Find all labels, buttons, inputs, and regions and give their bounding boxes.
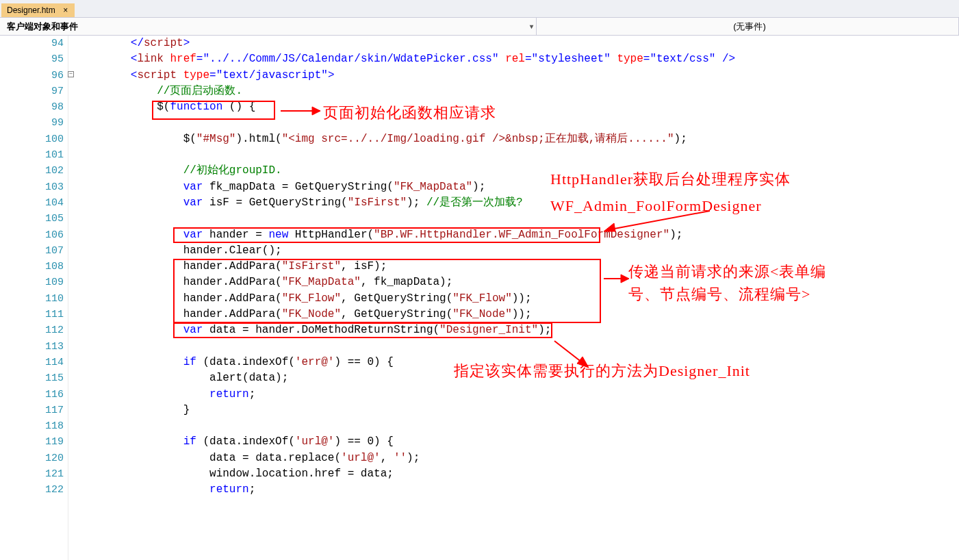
code-line: $("#Msg").html("<img src=../../Img/loadi… (78, 131, 959, 147)
line-number: 104 (0, 195, 64, 211)
code-line: var fk_mapData = GetQueryString("FK_MapD… (78, 179, 959, 195)
line-number: 108 (0, 259, 64, 275)
line-number: 95 (0, 51, 64, 67)
code-line: var isF = GetQueryString("IsFirst"); //是… (78, 195, 959, 211)
line-number: 105 (0, 211, 64, 227)
code-line: var data = hander.DoMethodReturnString("… (78, 322, 959, 338)
line-number: 107 (0, 243, 64, 259)
line-number: 98 (0, 99, 64, 115)
line-number: 100 (0, 131, 64, 147)
line-number: 118 (0, 418, 64, 434)
file-tab[interactable]: Designer.htm × (1, 3, 75, 17)
event-dropdown[interactable]: (无事件) (537, 18, 959, 35)
line-number: 112 (0, 322, 64, 338)
code-line (78, 147, 959, 163)
object-dropdown[interactable]: 客户端对象和事件 ▾ (0, 18, 537, 35)
line-number: 119 (0, 434, 64, 450)
line-number: 110 (0, 291, 64, 307)
code-line: <script type="text/javascript"> (78, 68, 959, 84)
code-line (78, 115, 959, 131)
tab-bar: Designer.htm × (0, 0, 959, 18)
code-line: </script> (78, 36, 959, 51)
code-line: var hander = new HttpHandler("BP.WF.Http… (78, 227, 959, 243)
code-line: } (78, 403, 959, 418)
code-line: //页面启动函数. (78, 84, 959, 99)
code-line: //初始化groupID. (78, 163, 959, 179)
code-line: hander.AddPara("IsFirst", isF); (78, 259, 959, 275)
code-line: return; (78, 482, 959, 498)
line-number: 111 (0, 307, 64, 322)
line-number: 103 (0, 179, 64, 195)
line-number: 106 (0, 227, 64, 243)
code-line: if (data.indexOf('err@') == 0) { (78, 355, 959, 370)
code-line: hander.AddPara("FK_Flow", GetQueryString… (78, 291, 959, 307)
code-line: hander.AddPara("FK_MapData", fk_mapData)… (78, 275, 959, 290)
line-number: 113 (0, 339, 64, 355)
chevron-down-icon: ▾ (530, 23, 533, 30)
code-line: $(function () { (78, 99, 959, 115)
line-number: 121 (0, 466, 64, 482)
line-number: 109 (0, 275, 64, 290)
code-line (78, 211, 959, 227)
tab-title: Designer.htm (7, 5, 55, 15)
line-number: 102 (0, 163, 64, 179)
code-line: if (data.indexOf('url@') == 0) { (78, 434, 959, 450)
code-line (78, 418, 959, 434)
close-icon[interactable]: × (61, 5, 71, 15)
code-line: hander.Clear(); (78, 243, 959, 259)
object-dropdown-label: 客户端对象和事件 (7, 21, 78, 33)
code-line: hander.AddPara("FK_Node", GetQueryString… (78, 307, 959, 322)
line-number: 122 (0, 482, 64, 498)
code-editor[interactable]: 94 95 96 97 98 99 100 101 102 103 104 10… (0, 36, 959, 560)
line-number: 94 (0, 36, 64, 51)
line-number: 97 (0, 84, 64, 99)
line-number: 115 (0, 370, 64, 386)
code-line (78, 339, 959, 355)
code-line: alert(data); (78, 370, 959, 386)
event-dropdown-label: (无事件) (733, 21, 766, 33)
code-area[interactable]: </script> <link href="../../Comm/JS/Cale… (68, 36, 959, 560)
code-line: window.location.href = data; (78, 466, 959, 482)
line-number: 99 (0, 115, 64, 131)
code-line: data = data.replace('url@', ''); (78, 450, 959, 466)
line-number: 116 (0, 387, 64, 403)
line-number: 114 (0, 355, 64, 370)
line-number: 101 (0, 147, 64, 163)
gutter: 94 95 96 97 98 99 100 101 102 103 104 10… (0, 36, 68, 560)
line-number: 96 (0, 68, 64, 84)
code-line: <link href="../../Comm/JS/Calendar/skin/… (78, 51, 959, 67)
line-number: 120 (0, 450, 64, 466)
line-number: 117 (0, 403, 64, 418)
code-line: return; (78, 387, 959, 403)
dropdown-row: 客户端对象和事件 ▾ (无事件) (0, 18, 959, 36)
